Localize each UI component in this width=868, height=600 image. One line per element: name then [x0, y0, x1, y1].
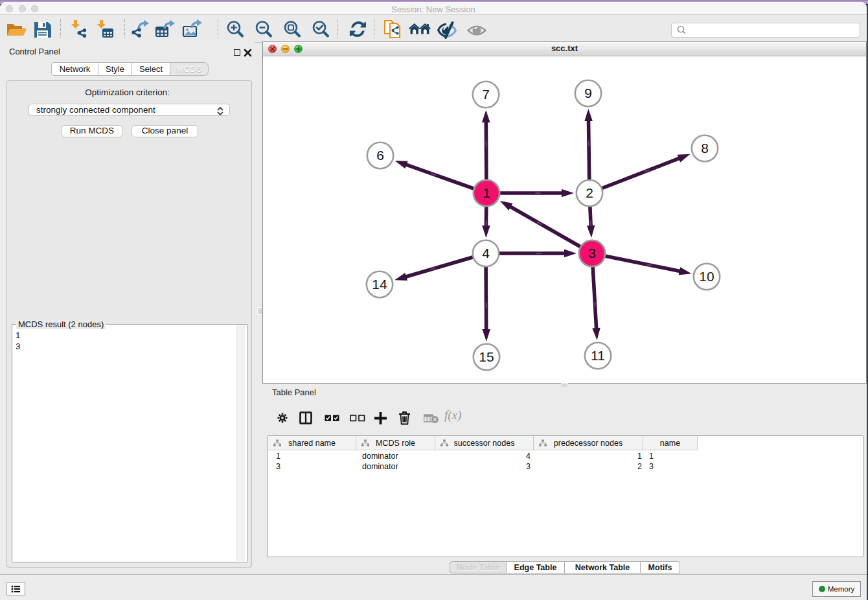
svg-text:15: 15 — [479, 349, 494, 364]
svg-text:6: 6 — [376, 148, 384, 163]
svg-text:11: 11 — [591, 348, 605, 363]
svg-text:8: 8 — [701, 141, 709, 156]
svg-text:4: 4 — [482, 246, 490, 260]
svg-text:1: 1 — [483, 185, 490, 200]
svg-text:2: 2 — [586, 185, 593, 200]
svg-text:10: 10 — [699, 269, 714, 284]
svg-text:14: 14 — [372, 277, 387, 292]
svg-text:7: 7 — [482, 87, 490, 102]
svg-text:3: 3 — [588, 246, 596, 260]
svg-text:9: 9 — [584, 86, 592, 100]
